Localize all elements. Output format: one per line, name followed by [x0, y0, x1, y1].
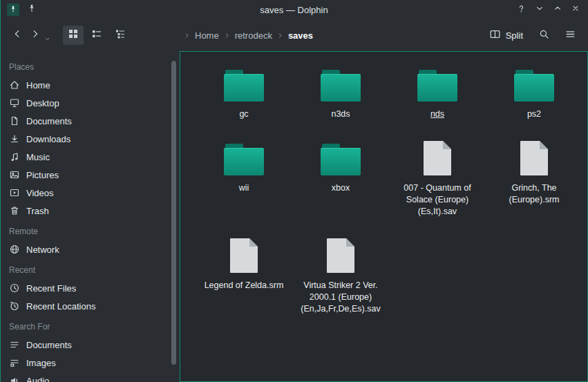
folder-icon [224, 70, 264, 102]
sidebar-item-places-videos[interactable]: Videos [0, 184, 180, 202]
recent-locations-icon [9, 300, 20, 312]
item-label: nds [430, 108, 444, 120]
search-images-icon [9, 357, 20, 368]
places-panel: PlacesHomeDesktopDocumentsDownloadsMusic… [0, 51, 180, 382]
sidebar-item-remote-network[interactable]: Network [0, 240, 180, 258]
breadcrumb-separator-icon [183, 32, 191, 39]
search-button[interactable] [534, 26, 553, 45]
folder-icon [514, 70, 554, 102]
grid-item-wii[interactable]: wii [196, 138, 292, 218]
sidebar-item-recent-recent-locations[interactable]: Recent Locations [0, 297, 180, 315]
sidebar-item-search-for-images[interactable]: Images [0, 354, 180, 372]
breadcrumb-item-home[interactable]: Home [193, 30, 221, 41]
grid-item-nds[interactable]: nds [389, 64, 486, 120]
sidebar-item-label: Recent Files [26, 283, 76, 294]
sidebar-item-places-home[interactable]: Home [0, 76, 180, 94]
folder-icon [224, 144, 264, 175]
sidebar-item-search-for-documents[interactable]: Documents [0, 336, 180, 354]
grid-item-gc[interactable]: gc [196, 64, 292, 120]
breadcrumb: Homeretrodecksaves [183, 30, 315, 41]
grid-item-grinch-the-europe-srm[interactable]: Grinch, The (Europe).srm [486, 138, 582, 218]
search-audio-icon [9, 375, 20, 382]
item-label: 007 - Quantum of Solace (Europe) (Es,It)… [397, 182, 478, 218]
sidebar-item-places-music[interactable]: Music [0, 148, 180, 166]
view-details-button[interactable] [110, 26, 131, 45]
music-icon [9, 151, 20, 162]
folder-icon [321, 144, 361, 175]
sidebar-item-label: Documents [26, 340, 72, 350]
videos-icon [9, 187, 20, 198]
item-label: Virtua Striker 2 Ver. 2000.1 (Europe) (E… [300, 280, 381, 315]
home-icon [9, 79, 20, 90]
close-button[interactable] [569, 4, 581, 16]
grid-item-virtua-striker-2-ver-2000-1-europe-en-ja[interactable]: Virtua Striker 2 Ver. 2000.1 (Europe) (E… [292, 236, 389, 315]
item-label: gc [239, 108, 248, 120]
grid-item-legend-of-zelda-srm[interactable]: Legend of Zelda.srm [196, 236, 292, 315]
breadcrumb-item-saves[interactable]: saves [286, 30, 315, 41]
grid-item-n3ds[interactable]: n3ds [292, 64, 389, 120]
recent-files-icon [9, 283, 20, 294]
trash-icon [9, 205, 20, 216]
breadcrumb-separator-icon [223, 32, 231, 39]
view-compact-button[interactable] [86, 26, 107, 45]
grid-item-xbox[interactable]: xbox [292, 138, 389, 218]
sidebar-item-label: Trash [26, 206, 49, 216]
back-button[interactable] [8, 26, 26, 45]
sidebar-scrollbar[interactable] [171, 61, 176, 365]
file-icon [424, 141, 451, 175]
file-icon [327, 238, 354, 273]
section-header-places: Places [0, 55, 180, 76]
toolbar: Homeretrodecksaves Split [0, 19, 588, 51]
folder-icon [321, 70, 361, 102]
sidebar-item-label: Music [26, 152, 50, 162]
sidebar-item-places-trash[interactable]: Trash [0, 202, 180, 220]
help-button[interactable] [515, 4, 527, 16]
pin-icon[interactable] [26, 3, 38, 16]
downloads-icon [9, 133, 20, 144]
split-button[interactable]: Split [485, 26, 527, 45]
folder-icon [417, 70, 457, 102]
item-label: Legend of Zelda.srm [205, 280, 284, 292]
sidebar-item-label: Documents [26, 116, 72, 126]
split-icon [489, 28, 501, 42]
minimize-button[interactable] [533, 4, 545, 16]
search-documents-icon [9, 339, 20, 350]
view-icons-button[interactable] [63, 26, 84, 45]
window-titlebar: saves — Dolphin [0, 0, 588, 19]
section-header-search-for: Search For [0, 315, 180, 336]
grid-item-007-quantum-of-solace-europe-es-it-sav[interactable]: 007 - Quantum of Solace (Europe) (Es,It)… [389, 138, 486, 218]
hamburger-icon [565, 28, 576, 43]
breadcrumb-separator-icon [276, 32, 284, 39]
menu-button[interactable] [560, 26, 580, 45]
file-icon [520, 141, 548, 175]
desktop-icon [9, 97, 20, 108]
sidebar-item-label: Pictures [26, 170, 59, 180]
sidebar-item-search-for-audio[interactable]: Audio [0, 372, 180, 382]
sidebar-item-places-downloads[interactable]: Downloads [0, 130, 180, 148]
maximize-button[interactable] [551, 4, 563, 16]
sidebar-item-label: Desktop [26, 98, 59, 108]
forward-button[interactable] [26, 26, 44, 45]
sidebar-item-label: Downloads [26, 134, 70, 144]
sidebar-item-places-desktop[interactable]: Desktop [0, 94, 180, 112]
sidebar-item-label: Images [26, 358, 56, 368]
sidebar-item-label: Recent Locations [26, 301, 95, 312]
sidebar-item-places-documents[interactable]: Documents [0, 112, 180, 130]
view-mode-group [63, 26, 131, 45]
item-label: ps2 [527, 108, 541, 120]
folder-view[interactable]: gcn3dsndsps2wiixbox007 - Quantum of Sola… [180, 51, 588, 382]
grid-item-ps2[interactable]: ps2 [486, 64, 582, 120]
sidebar-item-places-pictures[interactable]: Pictures [0, 166, 180, 184]
split-button-label: Split [506, 30, 523, 41]
item-label: Grinch, The (Europe).srm [493, 182, 575, 206]
section-header-remote: Remote [0, 220, 180, 240]
network-icon [9, 244, 20, 255]
file-icon [230, 238, 258, 273]
sidebar-item-recent-recent-files[interactable]: Recent Files [0, 279, 180, 297]
pin-badge-icon[interactable] [7, 3, 19, 16]
pictures-icon [9, 169, 20, 180]
item-label: n3ds [331, 108, 350, 120]
sidebar-item-label: Network [26, 245, 59, 255]
breadcrumb-item-retrodeck[interactable]: retrodeck [233, 30, 274, 41]
forward-history-dropdown[interactable] [44, 31, 52, 45]
